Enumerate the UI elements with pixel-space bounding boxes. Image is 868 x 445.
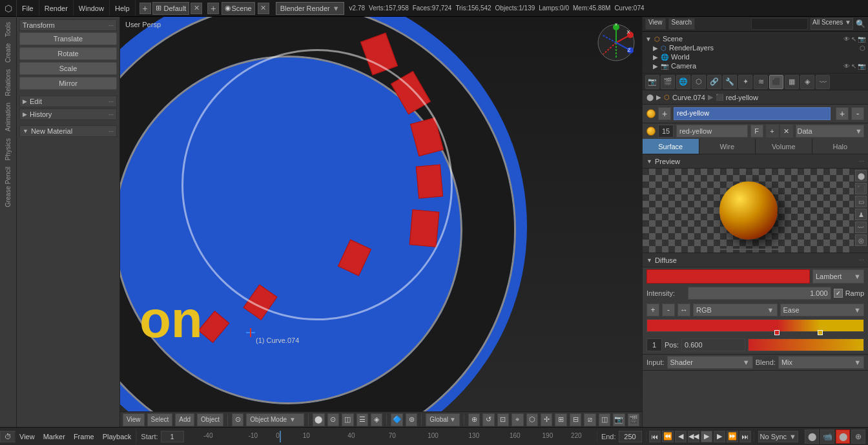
preview-cube-icon[interactable]: ⬛ <box>855 183 867 194</box>
vp-extra-icon3[interactable]: ⊡ <box>497 413 509 426</box>
surface-tab[interactable]: Surface <box>643 139 699 154</box>
vp-mode-select[interactable]: Object Mode ▼ <box>246 413 304 426</box>
start-frame-input[interactable]: 1 <box>161 431 184 442</box>
ramp-color-preview[interactable] <box>748 338 864 351</box>
ramp-arrow-btn[interactable]: ↔ <box>677 304 690 316</box>
viewport-display-icon3[interactable]: ◫ <box>342 413 353 426</box>
vp-object-btn[interactable]: Object <box>197 413 223 426</box>
ramp-checkbox[interactable] <box>834 289 843 298</box>
search-icon[interactable]: 🔍 <box>856 19 865 28</box>
vp-extra-icon6[interactable]: ✢ <box>541 413 552 426</box>
ramp-ease-select[interactable]: Ease ▼ <box>780 304 865 316</box>
mat-sub-btn[interactable]: + <box>658 107 671 120</box>
diffuse-color-field[interactable] <box>646 269 810 284</box>
preview-plane-icon[interactable]: ▭ <box>855 196 867 207</box>
vp-view-btn[interactable]: View <box>123 413 145 426</box>
file-menu[interactable]: File <box>17 0 39 16</box>
render-menu[interactable]: Render <box>39 0 74 16</box>
render-icon4[interactable]: ⊕ <box>851 429 865 444</box>
shader-props-icon[interactable]: ◈ <box>800 75 814 89</box>
rotate-button[interactable]: Rotate <box>19 47 117 60</box>
render-props-icon[interactable]: 📷 <box>645 75 659 89</box>
tl-view-btn[interactable]: View <box>16 428 39 445</box>
world-props-icon[interactable]: 🌐 <box>676 75 690 89</box>
mat-remove-btn[interactable]: - <box>851 107 864 120</box>
constraints-icon[interactable]: 🔗 <box>707 75 721 89</box>
preview-monkey-icon[interactable]: ♟ <box>855 209 867 220</box>
outliner-view-btn[interactable]: View <box>645 18 666 30</box>
object-props-icon[interactable]: ⬡ <box>692 75 706 89</box>
ramp-stop-red[interactable] <box>774 330 780 335</box>
eye-icon[interactable]: 👁 <box>843 36 850 43</box>
vp-add-btn[interactable]: Add <box>175 413 194 426</box>
new-material-section-header[interactable]: ▼ New Material ··· <box>19 125 117 137</box>
edit-section-header[interactable]: ▶ Edit ··· <box>19 96 117 107</box>
viewport-display-icon5[interactable]: ◈ <box>371 413 382 426</box>
viewport[interactable]: User Persp on (1) Curve <box>120 17 642 427</box>
viewport-mode-icon[interactable]: ⊙ <box>232 413 243 426</box>
tl-playback-btn[interactable]: Playback <box>99 428 136 445</box>
preview-hair-icon[interactable]: 〰 <box>855 222 867 233</box>
jump-end-btn[interactable]: ⏭ <box>739 431 751 442</box>
mat-add-btn[interactable]: + <box>836 107 849 120</box>
scene-close-btn[interactable]: ✕ <box>258 3 269 14</box>
history-section-header[interactable]: ▶ History ··· <box>19 109 117 120</box>
vp-extra-icon12[interactable]: 🎬 <box>628 413 639 426</box>
viewport-display-icon2[interactable]: ⊙ <box>327 413 339 426</box>
sidebar-tab-tools[interactable]: Tools <box>3 19 13 39</box>
prev-keyframe-btn[interactable]: ◀ <box>675 431 687 442</box>
transform-section-header[interactable]: Transform ··· <box>19 19 117 31</box>
workspace-selector[interactable]: ⊞ Default <box>152 2 190 15</box>
scale-button[interactable]: Scale <box>19 62 117 75</box>
cam-eye[interactable]: 👁 <box>843 63 850 70</box>
scene-tree-item[interactable]: ▼ ⬡ Scene 👁 ↖ 📷 <box>645 34 865 43</box>
translate-button[interactable]: Translate <box>19 32 117 45</box>
render-icon-tree[interactable]: 📷 <box>858 36 865 43</box>
sync-select[interactable]: No Sync ▼ <box>758 431 798 442</box>
render-layers-tree-item[interactable]: ▶ ⬡ RenderLayers ⬡ <box>645 43 865 52</box>
material-data-field[interactable]: red-yellow <box>676 125 748 138</box>
scene-add-btn[interactable]: + <box>207 3 219 14</box>
data-props-icon[interactable]: 〰 <box>816 75 830 89</box>
ramp-stop-yellow[interactable] <box>818 330 823 335</box>
shader-select[interactable]: Lambert ▼ <box>812 269 864 284</box>
prev-frame-btn[interactable]: ⏪ <box>662 431 674 442</box>
scene-select[interactable]: All Scenes ▼ <box>811 18 853 30</box>
outliner-search-btn[interactable]: Search <box>668 18 696 30</box>
global-selector[interactable]: Global ▼ <box>426 413 460 426</box>
vp-extra-icon11[interactable]: 📷 <box>613 413 625 426</box>
camera-tree-item[interactable]: ▶ 📷 Camera 👁 ↖ 📷 <box>645 61 865 70</box>
vp-extra-icon9[interactable]: ⧄ <box>584 413 595 426</box>
sidebar-tab-grease-pencil[interactable]: Grease Pencil <box>3 164 13 210</box>
timeline-ruler[interactable]: -40 -10 0 10 40 70 100 130 160 190 220 <box>188 431 597 442</box>
particles-icon[interactable]: ✦ <box>738 75 752 89</box>
jump-start-btn[interactable]: ⏮ <box>649 431 661 442</box>
material-name-field[interactable]: red-yellow <box>674 107 831 120</box>
vp-extra-icon10[interactable]: ◫ <box>599 413 610 426</box>
rl-icon-btn[interactable]: ⬡ <box>860 45 865 52</box>
timeline-icon[interactable]: ⏱ <box>0 431 16 442</box>
world-tree-item[interactable]: ▶ 🌐 World <box>645 52 865 61</box>
sidebar-tab-physics[interactable]: Physics <box>3 136 13 163</box>
mirror-button[interactable]: Mirror <box>19 77 117 90</box>
render-icon2[interactable]: 📹 <box>820 429 834 444</box>
intensity-value-field[interactable]: 1.000 <box>688 287 831 300</box>
mat-icon2[interactable]: ✕ <box>780 125 793 138</box>
viewport-display-icon4[interactable]: ☰ <box>356 413 368 426</box>
scene-selector[interactable]: ◉ Scene <box>222 2 254 15</box>
render-engine-selector[interactable]: Blender Render ▼ <box>276 2 344 15</box>
sidebar-tab-create[interactable]: Create <box>3 41 13 65</box>
preview-header[interactable]: ▼ Preview ··· <box>643 154 868 169</box>
vp-select-btn[interactable]: Select <box>147 413 173 426</box>
vp-extra-icon1[interactable]: ⊕ <box>468 413 480 426</box>
data-select[interactable]: Data ▼ <box>796 125 865 138</box>
workspace-close-btn[interactable]: ✕ <box>191 3 202 14</box>
window-menu[interactable]: Window <box>74 0 110 16</box>
ramp-add-btn[interactable]: + <box>646 304 659 316</box>
color-ramp-bar[interactable] <box>646 319 864 332</box>
vp-extra-icon4[interactable]: ⌖ <box>512 413 523 426</box>
scene-props-icon[interactable]: 🎬 <box>661 75 675 89</box>
next-keyframe-btn[interactable]: ▶ <box>714 431 725 442</box>
help-menu[interactable]: Help <box>110 0 136 16</box>
outliner-search-input[interactable] <box>751 18 808 30</box>
